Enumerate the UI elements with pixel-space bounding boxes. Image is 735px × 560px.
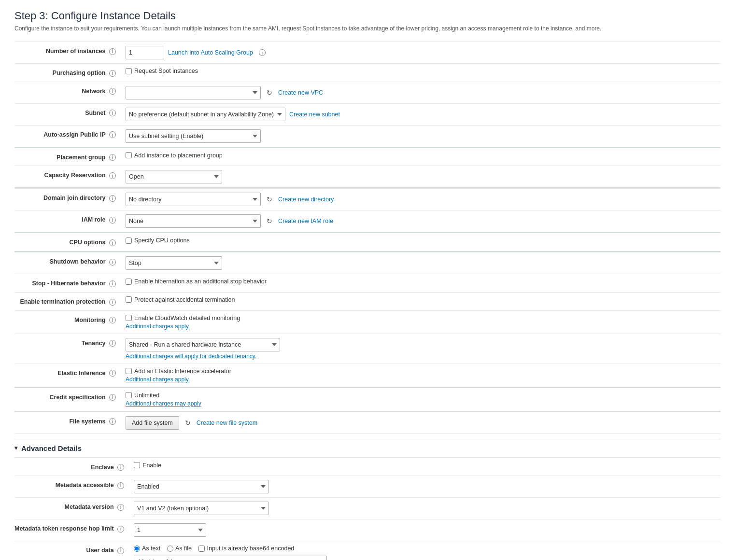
auto-scaling-info-icon[interactable]: i [259,49,266,56]
request-spot-instances-checkbox-label[interactable]: Request Spot instances [126,68,716,74]
cpu-options-checkbox[interactable] [126,238,132,244]
capacity-reservation-info-icon[interactable]: i [109,172,116,179]
termination-protection-text: Protect against accidental termination [134,296,235,303]
placement-group-text: Add instance to placement group [134,152,223,159]
metadata-token-hop-limit-label: Metadata token response hop limit [14,525,114,532]
user-data-textarea[interactable] [134,556,327,560]
iam-role-info-icon[interactable]: i [109,217,116,224]
metadata-version-label: Metadata version [64,504,113,510]
enclave-checkbox[interactable] [134,462,140,468]
file-systems-info-icon[interactable]: i [109,418,116,425]
placement-group-checkbox-label[interactable]: Add instance to placement group [126,152,716,159]
purchasing-option-info-icon[interactable]: i [109,70,116,77]
stop-hibernate-info-icon[interactable]: i [109,280,116,287]
metadata-version-select[interactable]: V1 and V2 (token optional) [134,502,269,515]
domain-join-refresh-icon[interactable]: ↻ [267,196,272,203]
network-select[interactable] [126,86,261,99]
enclave-checkbox-label[interactable]: Enable [134,462,716,469]
user-data-info-icon[interactable]: i [117,547,124,554]
metadata-accessible-label: Metadata accessible [56,482,114,489]
monitoring-checkbox[interactable] [126,315,132,321]
subnet-label: Subnet [85,110,105,116]
monitoring-label: Monitoring [74,317,106,323]
network-refresh-icon[interactable]: ↻ [267,89,272,97]
placement-group-info-icon[interactable]: i [109,154,116,161]
metadata-token-hop-limit-select[interactable]: 1 [134,523,206,537]
user-data-label: User data [86,547,114,554]
subnet-info-icon[interactable]: i [109,110,116,116]
auto-assign-info-icon[interactable]: i [109,131,116,138]
enclave-text: Enable [142,462,161,469]
capacity-reservation-select[interactable]: Open [126,170,222,183]
tenancy-label: Tenancy [82,340,106,347]
tenancy-info-icon[interactable]: i [109,340,116,347]
termination-protection-info-icon[interactable]: i [109,299,116,306]
add-file-system-button[interactable]: Add file system [126,416,179,430]
credit-specification-label: Credit specification [50,394,106,401]
user-data-as-file-label[interactable]: As file [167,545,192,552]
elastic-inference-info-icon[interactable]: i [109,370,116,377]
advanced-details-header[interactable]: ▾ Advanced Details [14,439,721,458]
request-spot-instances-checkbox[interactable] [126,68,132,74]
file-system-refresh-icon[interactable]: ↻ [185,419,191,427]
user-data-as-text-text: As text [142,545,160,552]
monitoring-charges-link[interactable]: Additional charges apply. [126,323,190,330]
metadata-token-hop-limit-info-icon[interactable]: i [117,526,124,532]
metadata-version-info-icon[interactable]: i [117,504,124,511]
create-new-vpc-link[interactable]: Create new VPC [278,89,323,96]
number-of-instances-input[interactable] [126,46,164,59]
iam-role-select[interactable]: None [126,214,261,228]
placement-group-checkbox[interactable] [126,152,132,158]
user-data-base64-label[interactable]: Input is already base64 encoded [198,545,295,552]
domain-join-directory-select[interactable]: No directory [126,193,261,206]
stop-hibernate-label: Stop - Hibernate behavior [32,280,105,287]
domain-join-info-icon[interactable]: i [109,195,116,202]
elastic-inference-checkbox[interactable] [126,368,132,374]
shutdown-behavior-select[interactable]: Stop [126,256,222,270]
credit-specification-charges-link[interactable]: Additional charges may apply [126,400,201,407]
credit-specification-info-icon[interactable]: i [109,394,116,401]
stop-hibernate-checkbox-label[interactable]: Enable hibernation as an additional stop… [126,278,716,285]
page-title: Step 3: Configure Instance Details [14,10,721,22]
create-new-directory-link[interactable]: Create new directory [278,196,334,203]
enclave-label: Enclave [91,464,113,471]
shutdown-behavior-info-icon[interactable]: i [109,259,116,266]
launch-auto-scaling-link[interactable]: Launch into Auto Scaling Group [168,49,253,56]
network-label: Network [82,88,105,95]
monitoring-checkbox-label[interactable]: Enable CloudWatch detailed monitoring [126,315,716,322]
user-data-as-text-radio[interactable] [134,546,140,552]
file-systems-label: File systems [69,418,105,425]
user-data-as-file-radio[interactable] [167,546,173,552]
capacity-reservation-label: Capacity Reservation [44,172,105,179]
cpu-options-checkbox-label[interactable]: Specify CPU options [126,237,716,244]
user-data-as-text-label[interactable]: As text [134,545,160,552]
elastic-inference-checkbox-label[interactable]: Add an Elastic Inference accelerator [126,368,716,375]
iam-role-label: IAM role [82,216,105,223]
user-data-base64-checkbox[interactable] [198,546,205,552]
monitoring-info-icon[interactable]: i [109,317,116,323]
termination-protection-checkbox-label[interactable]: Protect against accidental termination [126,296,716,303]
cpu-options-info-icon[interactable]: i [109,239,116,246]
elastic-inference-charges-link[interactable]: Additional charges apply. [126,376,190,383]
number-of-instances-info-icon[interactable]: i [109,48,116,55]
metadata-accessible-info-icon[interactable]: i [117,482,124,489]
subnet-select[interactable]: No preference (default subnet in any Ava… [126,108,285,121]
enclave-info-icon[interactable]: i [117,464,124,471]
iam-role-refresh-icon[interactable]: ↻ [267,217,272,225]
stop-hibernate-checkbox[interactable] [126,279,132,285]
tenancy-charges-link[interactable]: Additional charges will apply for dedica… [126,353,256,360]
create-new-iam-role-link[interactable]: Create new IAM role [278,218,333,224]
advanced-details-chevron-icon: ▾ [14,445,17,451]
create-new-file-system-link[interactable]: Create new file system [197,420,257,426]
elastic-inference-text: Add an Elastic Inference accelerator [134,368,231,375]
credit-specification-checkbox-label[interactable]: Unlimited [126,392,716,399]
create-new-subnet-link[interactable]: Create new subnet [289,111,340,118]
credit-specification-text: Unlimited [134,392,159,399]
termination-protection-checkbox[interactable] [126,296,132,303]
advanced-details-title: Advanced Details [21,444,82,452]
tenancy-select[interactable]: Shared - Run a shared hardware instance [126,338,280,351]
network-info-icon[interactable]: i [109,88,116,95]
auto-assign-public-ip-select[interactable]: Use subnet setting (Enable) [126,129,261,143]
metadata-accessible-select[interactable]: Enabled [134,480,269,493]
credit-specification-checkbox[interactable] [126,392,132,398]
